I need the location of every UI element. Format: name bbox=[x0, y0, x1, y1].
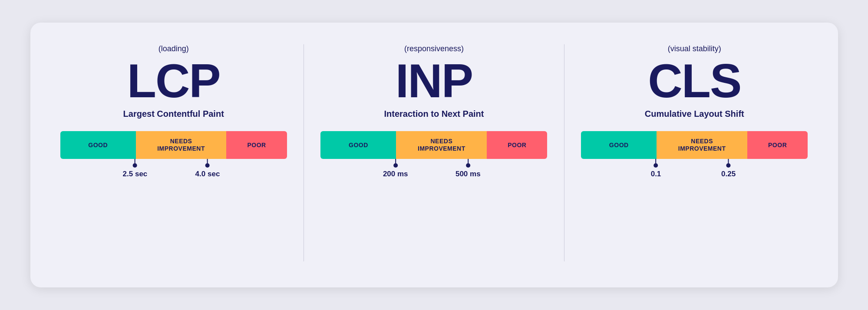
inp-bar-container: GOOD NEEDS IMPROVEMENT POOR 200 ms 500 m… bbox=[320, 131, 547, 185]
cls-acronym: CLS bbox=[648, 57, 741, 105]
lcp-marker2-dot bbox=[205, 163, 210, 168]
lcp-poor-segment: POOR bbox=[226, 131, 287, 159]
cls-marker2-line bbox=[728, 159, 729, 163]
inp-needs-segment: NEEDS IMPROVEMENT bbox=[396, 131, 487, 159]
lcp-marker2: 4.0 sec bbox=[195, 159, 220, 178]
metric-inp: (responsiveness) INP Interaction to Next… bbox=[320, 44, 547, 185]
metric-cls: (visual stability) CLS Cumulative Layout… bbox=[581, 44, 808, 185]
lcp-marker1: 2.5 sec bbox=[123, 159, 148, 178]
cls-bar: GOOD NEEDS IMPROVEMENT POOR bbox=[581, 131, 808, 159]
lcp-marker1-value: 2.5 sec bbox=[123, 170, 148, 178]
lcp-marker1-dot bbox=[133, 163, 137, 168]
inp-marker2-line bbox=[468, 159, 469, 163]
inp-marker2-dot bbox=[466, 163, 470, 168]
lcp-marker2-value: 4.0 sec bbox=[195, 170, 220, 178]
lcp-marker1-line bbox=[135, 159, 135, 163]
lcp-acronym: LCP bbox=[127, 57, 220, 105]
inp-subtitle: (responsiveness) bbox=[404, 44, 464, 53]
inp-markers: 200 ms 500 ms bbox=[320, 159, 547, 185]
inp-poor-segment: POOR bbox=[487, 131, 547, 159]
lcp-good-segment: GOOD bbox=[60, 131, 136, 159]
cls-good-segment: GOOD bbox=[581, 131, 657, 159]
cls-needs-segment: NEEDS IMPROVEMENT bbox=[657, 131, 747, 159]
cls-subtitle: (visual stability) bbox=[668, 44, 721, 53]
inp-bar: GOOD NEEDS IMPROVEMENT POOR bbox=[320, 131, 547, 159]
lcp-subtitle: (loading) bbox=[158, 44, 189, 53]
lcp-name: Largest Contentful Paint bbox=[123, 109, 224, 119]
cls-name: Cumulative Layout Shift bbox=[645, 109, 744, 119]
inp-marker1: 200 ms bbox=[383, 159, 408, 178]
cls-marker1: 0.1 bbox=[651, 159, 661, 178]
cls-marker1-dot bbox=[653, 163, 658, 168]
cls-markers: 0.1 0.25 bbox=[581, 159, 808, 185]
cls-poor-segment: POOR bbox=[747, 131, 808, 159]
lcp-bar-container: GOOD NEEDS IMPROVEMENT POOR 2.5 sec 4.0 … bbox=[60, 131, 287, 185]
lcp-needs-segment: NEEDS IMPROVEMENT bbox=[136, 131, 227, 159]
divider-2 bbox=[564, 44, 564, 261]
lcp-marker2-line bbox=[207, 159, 208, 163]
inp-name: Interaction to Next Paint bbox=[384, 109, 484, 119]
inp-marker1-dot bbox=[393, 163, 398, 168]
inp-marker1-value: 200 ms bbox=[383, 170, 408, 178]
divider-1 bbox=[304, 44, 304, 261]
lcp-bar: GOOD NEEDS IMPROVEMENT POOR bbox=[60, 131, 287, 159]
inp-marker2-value: 500 ms bbox=[455, 170, 481, 178]
cls-marker2-dot bbox=[726, 163, 731, 168]
inp-marker1-line bbox=[395, 159, 396, 163]
cls-marker1-line bbox=[655, 159, 656, 163]
cls-bar-container: GOOD NEEDS IMPROVEMENT POOR 0.1 0.25 bbox=[581, 131, 808, 185]
metric-lcp: (loading) LCP Largest Contentful Paint G… bbox=[60, 44, 287, 185]
inp-marker2: 500 ms bbox=[455, 159, 481, 178]
lcp-markers: 2.5 sec 4.0 sec bbox=[60, 159, 287, 185]
cls-marker2: 0.25 bbox=[721, 159, 736, 178]
inp-acronym: INP bbox=[396, 57, 472, 105]
inp-good-segment: GOOD bbox=[320, 131, 396, 159]
main-card: (loading) LCP Largest Contentful Paint G… bbox=[30, 23, 838, 287]
cls-marker2-value: 0.25 bbox=[721, 170, 736, 178]
cls-marker1-value: 0.1 bbox=[651, 170, 661, 178]
